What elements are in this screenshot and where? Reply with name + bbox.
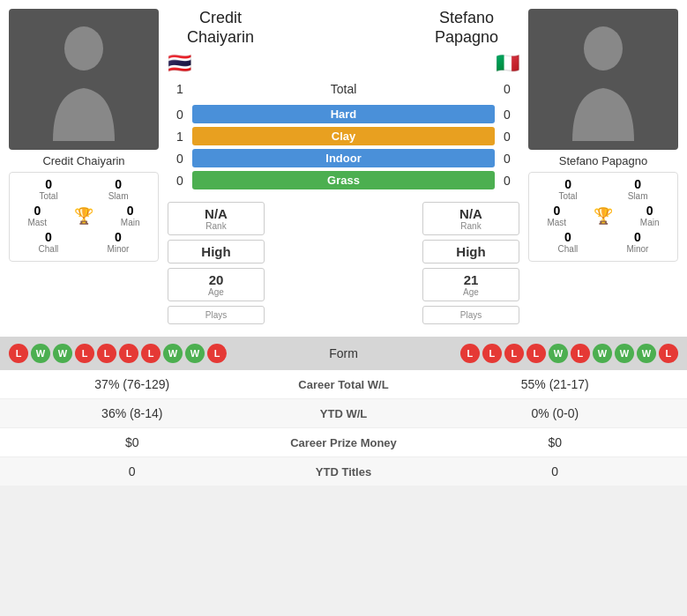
stats-cell-center-1: YTD W/L: [256, 407, 432, 420]
stats-cell-right-1: 0% (0-0): [432, 406, 679, 420]
left-high-box: High: [168, 240, 265, 263]
right-total-stat: 0 Total: [559, 177, 578, 201]
form-label: Form: [329, 346, 358, 360]
right-mast-stat: 0 Mast: [547, 204, 566, 227]
right-plays-box: Plays: [422, 306, 519, 324]
flag-line: 🇹🇭 🇮🇹: [168, 52, 519, 75]
left-trophy-row: 0 Mast 🏆 0 Main: [14, 204, 153, 227]
right-player-avatar: [528, 9, 678, 150]
form-badge-w: W: [615, 344, 634, 363]
right-high-box: High: [422, 240, 519, 263]
right-rank-box: N/A Rank: [422, 202, 519, 235]
left-rank-box: N/A Rank: [168, 202, 265, 235]
form-badge-l: L: [141, 344, 161, 363]
total-line: 1 Total 0: [168, 82, 519, 96]
main-container: Credit Chaiyarin 0 Total 0 Slam 0 Mast: [0, 0, 687, 486]
form-badge-w: W: [31, 344, 50, 363]
stats-cell-left-0: 37% (76-129): [9, 377, 256, 391]
left-mast-stat: 0 Mast: [27, 204, 47, 227]
left-form-badges: LWWLLLLWWL: [9, 344, 227, 363]
left-heading: Credit Chaiyarin: [168, 9, 273, 47]
center-info-area: N/A Rank High 20 Age Plays: [168, 202, 519, 324]
right-trophy-row: 0 Mast 🏆 0 Main: [534, 204, 673, 227]
surface-badge-grass: Grass: [192, 171, 495, 189]
form-badge-w: W: [53, 344, 72, 363]
form-badge-l: L: [571, 344, 590, 363]
center-panel: Credit Chaiyarin Stefano Papagno 🇹🇭 🇮🇹 1…: [168, 9, 519, 324]
surface-row-hard: 0 Hard 0: [168, 105, 519, 123]
right-player-panel: Stefano Papagno 0 Total 0 Slam 0 Mast: [528, 9, 678, 324]
left-flag: 🇹🇭: [168, 52, 191, 75]
left-total-stat: 0 Total: [40, 177, 58, 201]
right-player-stats: 0 Total 0 Slam 0 Mast 🏆 0: [528, 172, 678, 262]
right-chall-stat: 0 Chall: [558, 230, 579, 254]
left-chall-stat: 0 Chall: [39, 230, 59, 254]
surface-row-indoor: 0 Indoor 0: [168, 149, 519, 167]
stats-row-3: 0YTD Titles0: [0, 457, 687, 486]
surface-row-clay: 1 Clay 0: [168, 127, 519, 145]
stats-cell-right-0: 55% (21-17): [432, 377, 679, 391]
left-plays-box: Plays: [168, 306, 265, 324]
form-badge-l: L: [659, 344, 678, 363]
form-badge-w: W: [593, 344, 612, 363]
surface-row-grass: 0 Grass 0: [168, 171, 519, 189]
stats-cell-center-0: Career Total W/L: [256, 378, 432, 391]
left-age-box: 20 Age: [168, 268, 265, 301]
left-trophy-icon: 🏆: [74, 206, 93, 226]
form-badge-l: L: [207, 344, 227, 363]
stats-table: 37% (76-129)Career Total W/L55% (21-17)3…: [0, 370, 687, 486]
form-badge-w: W: [637, 344, 656, 363]
stats-cell-left-3: 0: [9, 464, 256, 479]
form-badge-l: L: [460, 344, 480, 363]
right-player-name: Stefano Papagno: [528, 154, 678, 167]
surface-badge-hard: Hard: [192, 105, 495, 123]
surface-badge-clay: Clay: [192, 127, 495, 145]
form-badge-l: L: [482, 344, 502, 363]
stats-cell-left-1: 36% (8-14): [9, 406, 256, 420]
form-badge-w: W: [185, 344, 205, 363]
form-badge-l: L: [504, 344, 524, 363]
form-badge-l: L: [526, 344, 546, 363]
form-section: LWWLLLLWWL Form LLLLWLWWWL: [0, 337, 687, 370]
right-heading: Stefano Papagno: [414, 9, 519, 47]
right-slam-stat: 0 Slam: [628, 177, 648, 201]
stats-cell-left-2: $0: [9, 435, 256, 449]
form-badge-l: L: [9, 344, 28, 363]
right-main-stat: 0 Main: [640, 204, 660, 227]
surfaces-container: 0 Hard 0 1 Clay 0 0 Indoor 0: [168, 101, 519, 197]
form-badge-l: L: [119, 344, 138, 363]
right-minor-stat: 0 Minor: [626, 230, 648, 254]
left-player-avatar: [9, 9, 159, 150]
stats-cell-right-2: $0: [432, 435, 679, 449]
left-player-panel: Credit Chaiyarin 0 Total 0 Slam 0 Mast: [9, 9, 159, 324]
form-badge-w: W: [549, 344, 568, 363]
form-badge-l: L: [97, 344, 116, 363]
players-area: Credit Chaiyarin 0 Total 0 Slam 0 Mast: [0, 0, 687, 330]
left-player-name: Credit Chaiyarin: [9, 154, 159, 167]
stats-row-0: 37% (76-129)Career Total W/L55% (21-17): [0, 370, 687, 399]
right-age-box: 21 Age: [422, 268, 519, 301]
left-info-col: N/A Rank High 20 Age Plays: [168, 202, 265, 324]
stats-row-2: $0Career Prize Money$0: [0, 428, 687, 457]
right-info-col: N/A Rank High 21 Age Plays: [422, 202, 519, 324]
form-badge-l: L: [75, 344, 94, 363]
right-form-badges: LLLLWLWWWL: [460, 344, 678, 363]
left-minor-stat: 0 Minor: [107, 230, 129, 254]
left-player-stats: 0 Total 0 Slam 0 Mast 🏆 0: [9, 172, 159, 262]
svg-point-0: [64, 26, 103, 71]
stats-row-1: 36% (8-14)YTD W/L0% (0-0): [0, 399, 687, 428]
stats-cell-right-3: 0: [432, 464, 679, 479]
right-flag: 🇮🇹: [496, 52, 519, 75]
form-badge-w: W: [163, 344, 183, 363]
right-trophy-icon: 🏆: [594, 206, 613, 226]
stats-cell-center-2: Career Prize Money: [256, 436, 432, 449]
left-slam-stat: 0 Slam: [108, 177, 129, 201]
surface-badge-indoor: Indoor: [192, 149, 495, 167]
stats-cell-center-3: YTD Titles: [256, 465, 432, 479]
svg-point-1: [584, 26, 623, 71]
left-main-stat: 0 Main: [121, 204, 140, 227]
